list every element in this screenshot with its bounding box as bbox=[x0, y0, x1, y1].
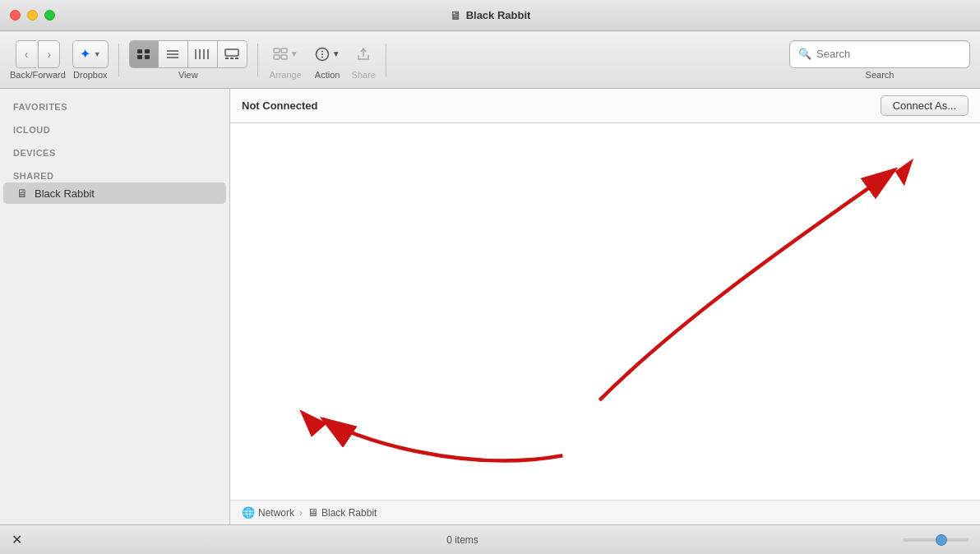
content-header: Not Connected Connect As... bbox=[230, 89, 980, 123]
dropbox-button[interactable]: ✦ ▼ bbox=[72, 40, 109, 68]
svg-rect-13 bbox=[230, 58, 233, 59]
toolbar: ‹ › Back/Forward ✦ ▼ Dropbox bbox=[0, 31, 980, 89]
svg-rect-1 bbox=[145, 49, 150, 53]
arrange-button[interactable]: ▼ bbox=[268, 40, 303, 68]
search-label: Search bbox=[866, 70, 894, 80]
dropbox-label: Dropbox bbox=[73, 70, 108, 80]
svg-marker-26 bbox=[895, 159, 913, 187]
view-icon-button[interactable] bbox=[129, 40, 159, 68]
main-area: Favorites iCloud Devices Shared 🖥 Black … bbox=[0, 89, 980, 524]
share-group: Share bbox=[352, 40, 376, 80]
svg-rect-2 bbox=[137, 55, 142, 59]
svg-point-22 bbox=[321, 56, 323, 58]
maximize-button[interactable] bbox=[44, 10, 55, 21]
breadcrumb: 🌐 Network › 🖥 Black Rabbit bbox=[230, 500, 980, 524]
svg-rect-16 bbox=[281, 48, 287, 53]
sidebar-section-devices: Devices bbox=[0, 143, 229, 159]
view-label: View bbox=[178, 70, 198, 80]
sidebar-item-black-rabbit[interactable]: 🖥 Black Rabbit bbox=[3, 182, 226, 204]
sidebar-section-icloud: iCloud bbox=[0, 120, 229, 136]
status-left: ✕ bbox=[12, 532, 22, 547]
search-icon: 🔍 bbox=[798, 48, 811, 60]
search-input-wrap: 🔍 bbox=[789, 40, 970, 68]
status-right bbox=[903, 538, 968, 542]
content-body bbox=[230, 123, 980, 500]
breadcrumb-separator: › bbox=[299, 507, 303, 519]
title-bar: 🖥 Black Rabbit bbox=[0, 0, 980, 31]
toolbar-separator-3 bbox=[386, 44, 386, 76]
svg-rect-3 bbox=[145, 55, 150, 59]
view-group: View bbox=[129, 40, 247, 80]
svg-rect-18 bbox=[281, 55, 287, 59]
back-forward-group: ‹ › Back/Forward bbox=[10, 40, 66, 80]
search-input[interactable] bbox=[816, 48, 961, 60]
action-group: ▼ Action bbox=[310, 40, 345, 80]
svg-rect-14 bbox=[235, 58, 238, 59]
annotation-arrows bbox=[230, 123, 980, 524]
minimize-button[interactable] bbox=[27, 10, 38, 21]
action-label: Action bbox=[315, 70, 340, 80]
view-button-group bbox=[129, 40, 247, 68]
close-button[interactable] bbox=[10, 10, 21, 21]
breadcrumb-network: 🌐 Network bbox=[242, 506, 294, 519]
sidebar: Favorites iCloud Devices Shared 🖥 Black … bbox=[0, 89, 230, 524]
svg-rect-0 bbox=[137, 49, 142, 53]
view-columns-button[interactable] bbox=[188, 40, 218, 68]
dropbox-chevron-icon: ▼ bbox=[94, 50, 101, 58]
network-icon: 🌐 bbox=[242, 506, 255, 519]
arrange-chevron-icon: ▼ bbox=[290, 49, 298, 58]
view-gallery-button[interactable] bbox=[218, 40, 247, 68]
back-forward-label: Back/Forward bbox=[10, 70, 66, 80]
share-label: Share bbox=[352, 70, 376, 80]
toolbar-separator-1 bbox=[118, 44, 119, 76]
icon-size-slider[interactable] bbox=[903, 538, 968, 542]
status-center: 0 items bbox=[22, 534, 903, 546]
items-count-label: 0 items bbox=[446, 534, 478, 546]
back-button[interactable]: ‹ bbox=[16, 40, 37, 68]
action-chevron-icon: ▼ bbox=[332, 49, 340, 58]
svg-point-21 bbox=[321, 53, 323, 55]
connect-as-button[interactable]: Connect As... bbox=[881, 95, 968, 116]
svg-marker-25 bbox=[299, 409, 327, 437]
toolbar-separator-2 bbox=[257, 44, 258, 76]
server-icon: 🖥 bbox=[16, 187, 28, 200]
content-area: Not Connected Connect As... bbox=[230, 89, 980, 524]
arrange-label: Arrange bbox=[270, 70, 302, 80]
sidebar-section-favorites: Favorites bbox=[0, 97, 229, 113]
action-button[interactable]: ▼ bbox=[310, 40, 345, 68]
svg-rect-15 bbox=[274, 48, 280, 53]
svg-point-20 bbox=[321, 50, 323, 52]
status-bar: ✕ 0 items bbox=[0, 524, 980, 554]
arrange-group: ▼ Arrange bbox=[268, 40, 303, 80]
window-title: 🖥 Black Rabbit bbox=[450, 9, 531, 22]
breadcrumb-server-icon: 🖥 bbox=[307, 506, 318, 519]
svg-rect-17 bbox=[274, 55, 280, 59]
sidebar-section-shared: Shared bbox=[0, 166, 229, 182]
title-server-icon: 🖥 bbox=[450, 9, 461, 22]
not-connected-label: Not Connected bbox=[242, 99, 317, 112]
svg-rect-11 bbox=[225, 49, 238, 56]
window-controls bbox=[10, 10, 55, 21]
breadcrumb-server-label: Black Rabbit bbox=[321, 507, 377, 519]
dropbox-icon: ✦ bbox=[80, 46, 90, 62]
dropbox-group: ✦ ▼ Dropbox bbox=[72, 40, 109, 80]
view-list-button[interactable] bbox=[159, 40, 188, 68]
forward-button[interactable]: › bbox=[38, 40, 60, 68]
svg-rect-12 bbox=[225, 58, 229, 59]
share-button[interactable] bbox=[352, 40, 375, 68]
breadcrumb-server: 🖥 Black Rabbit bbox=[307, 506, 377, 519]
eject-icon[interactable]: ✕ bbox=[12, 532, 22, 547]
search-box: 🔍 Search bbox=[789, 40, 970, 80]
sidebar-item-label: Black Rabbit bbox=[35, 187, 95, 200]
breadcrumb-network-label: Network bbox=[258, 507, 294, 519]
